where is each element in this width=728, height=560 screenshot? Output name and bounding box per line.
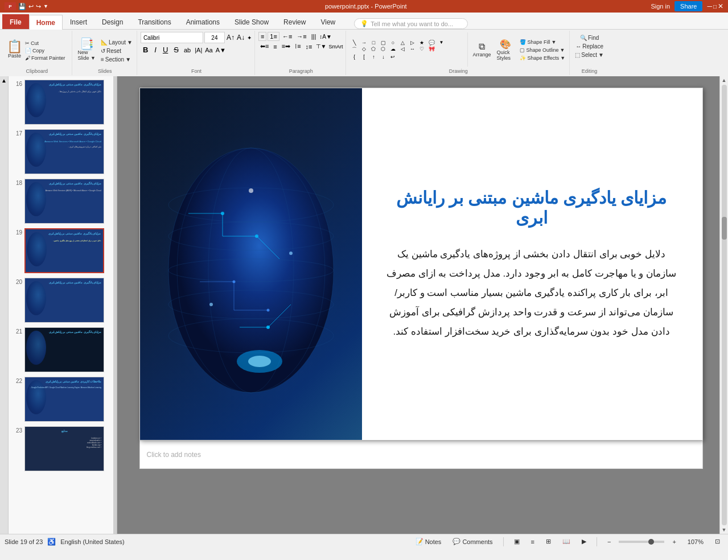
slide-thumb-20[interactable]: 20 مزایای یادگیری ماشین مبتنی بر رایانش … bbox=[11, 277, 111, 324]
minimize-button[interactable]: ─ bbox=[707, 2, 712, 10]
zoom-thumb[interactable] bbox=[648, 539, 654, 545]
quick-styles-button[interactable]: 🎨 Quick Styles bbox=[494, 38, 517, 62]
accessibility-icon[interactable]: ♿ bbox=[47, 538, 56, 546]
shape-diamond[interactable]: ◇ bbox=[359, 46, 368, 53]
scroll-thumb[interactable] bbox=[722, 217, 727, 240]
strikethrough-button[interactable]: S bbox=[172, 45, 180, 55]
view-outline-button[interactable]: ≡ bbox=[528, 537, 538, 546]
zoom-in-button[interactable]: + bbox=[669, 537, 679, 546]
smart-art-button[interactable]: SmArt bbox=[328, 43, 343, 50]
zoom-slider[interactable] bbox=[619, 541, 664, 543]
slide-thumb-22[interactable]: 22 ملاحظات کاربردی ماشین مبتنی بر رایانش… bbox=[11, 376, 111, 423]
tell-me-box[interactable]: 💡 Tell me what you want to do... bbox=[354, 18, 468, 29]
tab-insert[interactable]: Insert bbox=[63, 14, 94, 29]
shape-double-arrow[interactable]: ↔ bbox=[408, 46, 417, 53]
align-center-button[interactable]: ≡ bbox=[272, 43, 278, 51]
shape-more[interactable]: ▼ bbox=[437, 40, 446, 46]
tab-transitions[interactable]: Transitions bbox=[130, 14, 178, 29]
shape-rounded-rect[interactable]: ▢ bbox=[379, 40, 388, 46]
shape-pentagon[interactable]: ⬠ bbox=[369, 46, 378, 53]
justify-button[interactable]: ⁞≡ bbox=[293, 42, 302, 51]
view-slideshow-button[interactable]: ▶ bbox=[578, 537, 590, 546]
shape-cloud[interactable]: ☁ bbox=[388, 46, 397, 53]
paste-button[interactable]: 📋 Paste ✂ Cut 📄 Copy 🖌 Format Painter bbox=[5, 36, 69, 63]
char-spacing-button[interactable]: |A| bbox=[194, 46, 203, 54]
decrease-font-button[interactable]: A↓ bbox=[236, 33, 245, 42]
shape-outline-button[interactable]: ▢ Shape Outline ▼ bbox=[518, 47, 567, 53]
comments-button[interactable]: 💬 Comments bbox=[449, 537, 496, 546]
shape-down-arrow[interactable]: ↓ bbox=[379, 54, 388, 60]
view-normal-button[interactable]: ▣ bbox=[511, 537, 523, 546]
close-button[interactable]: ✕ bbox=[718, 2, 723, 10]
line-spacing-button[interactable]: ↕≡ bbox=[304, 43, 314, 51]
shape-curved-arrow[interactable]: ↩ bbox=[388, 54, 397, 60]
tab-design[interactable]: Design bbox=[94, 14, 130, 29]
shape-fill-button[interactable]: 🪣 Shape Fill ▼ bbox=[518, 39, 567, 46]
slide-thumb-21[interactable]: 21 مزایای یادگیری ماشین مبتنی بر رایانش … bbox=[11, 326, 111, 373]
replace-button[interactable]: ↔ Replace bbox=[574, 43, 605, 50]
zoom-out-button[interactable]: − bbox=[604, 537, 614, 546]
slide-canvas[interactable]: مزایای یادگیری ماشین مبتنی بر رایانش ابر… bbox=[139, 88, 703, 440]
layout-button[interactable]: 📐 Layout ▼ bbox=[99, 39, 134, 46]
shape-left-arrow[interactable]: ◁ bbox=[398, 46, 407, 53]
maximize-button[interactable]: □ bbox=[713, 3, 717, 10]
increase-indent-button[interactable]: →≡ bbox=[295, 32, 308, 40]
shape-arrow[interactable]: → bbox=[359, 40, 368, 46]
text-direction-button[interactable]: ↕A▼ bbox=[319, 33, 332, 40]
arrange-button[interactable]: ⧉ Arrange bbox=[470, 40, 493, 59]
clear-format-button[interactable]: ✦ bbox=[246, 34, 252, 42]
view-reading-button[interactable]: 📖 bbox=[559, 537, 574, 546]
select-button[interactable]: ⬚ Select ▼ bbox=[573, 51, 606, 59]
section-button[interactable]: ≡ Section ▼ bbox=[99, 56, 134, 63]
shape-rect[interactable]: □ bbox=[369, 40, 378, 46]
slide-thumb-19[interactable]: 19 مزایای یادگیری ماشین مبتنی بر رایانش … bbox=[11, 227, 111, 274]
tab-home[interactable]: Home bbox=[29, 15, 63, 30]
notes-input-area[interactable]: Click to add notes bbox=[139, 440, 703, 469]
font-case-button[interactable]: Aa bbox=[204, 46, 213, 54]
shape-line[interactable]: ╲ bbox=[349, 40, 359, 46]
slide-thumb-17[interactable]: 17 مزایای یادگیری ماشین مبتنی بر رایانش … bbox=[11, 128, 111, 175]
italic-button[interactable]: I bbox=[152, 44, 159, 55]
notes-button[interactable]: 📝 Notes bbox=[412, 537, 445, 546]
scroll-up-button[interactable]: ▲ bbox=[721, 76, 728, 84]
bold-button[interactable]: B bbox=[141, 44, 150, 55]
scroll-down-button[interactable]: ▼ bbox=[721, 526, 728, 534]
slide-thumb-16[interactable]: 16 مزایای یادگیری ماشین مبتنی بر رایانش … bbox=[11, 79, 111, 126]
font-color-button[interactable]: A▼ bbox=[215, 46, 227, 54]
save-icon[interactable]: 💾 bbox=[18, 3, 26, 10]
shadow-button[interactable]: ab bbox=[182, 46, 192, 54]
shape-bracket[interactable]: [ bbox=[359, 54, 368, 60]
tab-file[interactable]: File bbox=[2, 14, 29, 29]
undo-icon[interactable]: ↩ bbox=[28, 3, 34, 10]
scroll-up-arrow[interactable]: ▲ bbox=[1, 77, 7, 84]
tab-view[interactable]: View bbox=[313, 14, 343, 29]
slide-thumb-23[interactable]: 23 منابع • ketabinoo.ir • www.tabnak.ir … bbox=[11, 425, 111, 472]
tab-animations[interactable]: Animations bbox=[179, 14, 227, 29]
font-name-input[interactable] bbox=[141, 32, 203, 43]
bullets-button[interactable]: ≡ bbox=[258, 32, 266, 41]
fit-slide-button[interactable]: ⊡ bbox=[711, 537, 723, 546]
numbering-button[interactable]: 1≡ bbox=[268, 32, 279, 41]
redo-icon[interactable]: ↪ bbox=[36, 3, 41, 10]
cut-button[interactable]: ✂ Cut bbox=[23, 40, 67, 47]
shape-star[interactable]: ★ bbox=[417, 40, 426, 46]
zoom-level[interactable]: 107% bbox=[684, 537, 707, 546]
column-button[interactable]: ||| bbox=[310, 32, 318, 40]
increase-font-button[interactable]: A↑ bbox=[226, 33, 235, 42]
shape-hexagon[interactable]: ⬡ bbox=[379, 46, 388, 53]
customize-icon[interactable]: ▼ bbox=[43, 3, 48, 9]
new-slide-button[interactable]: 📑 NewSlide ▼ bbox=[76, 37, 98, 62]
find-button[interactable]: 🔍 Find bbox=[578, 34, 601, 42]
shape-up-arrow[interactable]: ↑ bbox=[369, 54, 378, 60]
shape-oval[interactable]: ○ bbox=[388, 40, 397, 46]
underline-button[interactable]: U bbox=[161, 44, 170, 55]
share-button[interactable]: Share bbox=[674, 1, 702, 11]
view-slide-sorter-button[interactable]: ⊞ bbox=[542, 537, 554, 546]
tab-review[interactable]: Review bbox=[276, 14, 313, 29]
sign-in-button[interactable]: Sign in bbox=[647, 2, 673, 11]
language-info[interactable]: English (United States) bbox=[60, 538, 125, 545]
shape-ribbon[interactable]: 🎀 bbox=[427, 46, 436, 53]
shape-triangle[interactable]: △ bbox=[398, 40, 407, 46]
align-right-button[interactable]: ≡➡ bbox=[280, 42, 292, 51]
align-left-button[interactable]: ⬅≡ bbox=[258, 42, 270, 51]
